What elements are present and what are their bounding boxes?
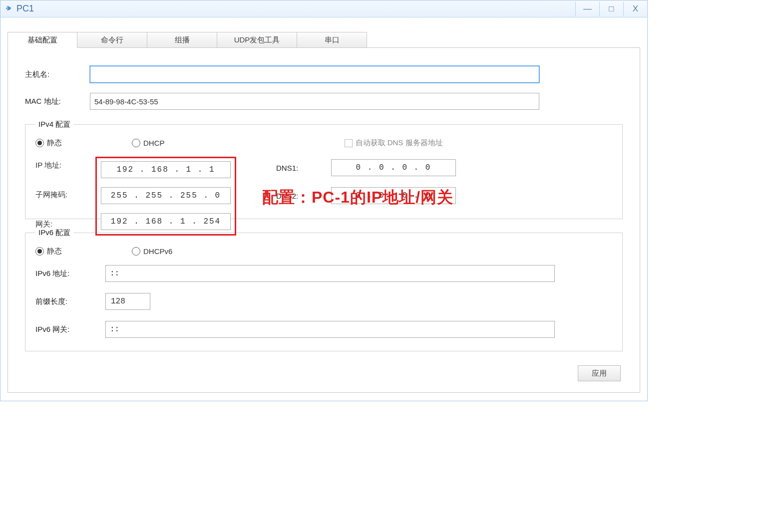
ipv6-radio-static[interactable]: 静态 <box>35 247 62 256</box>
title-bar: PC1 — □ X <box>0 0 647 17</box>
ipv4-radio-dhcp[interactable]: DHCP <box>132 139 165 147</box>
ipv6-prefix-label: 前缀长度: <box>35 297 105 306</box>
svg-point-0 <box>6 7 7 9</box>
radio-dhcp-label: DHCP <box>143 139 165 147</box>
auto-dns-label: 自动获取 DNS 服务器地址 <box>356 138 443 148</box>
auto-dns-checkbox[interactable]: 自动获取 DNS 服务器地址 <box>345 138 443 148</box>
tabs: 基础配置 命令行 组播 UDP发包工具 串口 <box>7 31 640 48</box>
gateway-input[interactable]: 192 . 168 . 1 . 254 <box>101 213 231 230</box>
dns1-input[interactable]: 0 . 0 . 0 . 0 <box>331 159 456 176</box>
ip-address-input[interactable]: 192 . 168 . 1 . 1 <box>101 161 231 178</box>
ipv4-radio-static[interactable]: 静态 <box>35 138 62 148</box>
radio-icon <box>132 247 140 256</box>
tab-command-line[interactable]: 命令行 <box>77 32 147 48</box>
tab-multicast[interactable]: 组播 <box>147 32 217 48</box>
radio-static-label: 静态 <box>47 138 62 148</box>
window-controls: — □ X <box>575 1 647 16</box>
minimize-button[interactable]: — <box>575 1 599 16</box>
maximize-button[interactable]: □ <box>599 1 623 16</box>
ipv6-radio-dhcpv6[interactable]: DHCPv6 <box>132 247 172 256</box>
highlight-box: 192 . 168 . 1 . 1 255 . 255 . 255 . 0 19… <box>95 157 236 236</box>
tab-serial[interactable]: 串口 <box>297 32 367 48</box>
dns1-label: DNS1: <box>276 164 331 172</box>
subnet-mask-label: 子网掩码: <box>35 190 100 200</box>
ipv4-legend: IPv4 配置 <box>35 120 73 129</box>
app-window: PC1 — □ X 基础配置 命令行 组播 UDP发包工具 串口 主机名: MA… <box>0 0 648 401</box>
ipv6-gateway-input[interactable]: :: <box>105 321 555 338</box>
radio-icon <box>35 139 44 147</box>
tab-basic-config[interactable]: 基础配置 <box>7 32 77 48</box>
ipv6-address-label: IPv6 地址: <box>35 269 105 278</box>
window-title: PC1 <box>16 3 34 14</box>
checkbox-icon <box>345 139 353 147</box>
ipv4-group: IPv4 配置 静态 DHCP 自动获取 DNS 服务器地址 <box>25 120 623 219</box>
radio-icon <box>132 139 140 147</box>
apply-button[interactable]: 应用 <box>578 365 621 381</box>
dns2-input[interactable]: 0 . 0 . 0 . 0 <box>331 187 456 204</box>
ipv6-address-input[interactable]: :: <box>105 265 555 282</box>
panel-basic-config: 主机名: MAC 地址: IPv4 配置 静态 DHCP <box>7 48 640 393</box>
app-icon <box>4 4 13 13</box>
dns2-label: DNS2: <box>276 192 331 200</box>
subnet-mask-input[interactable]: 255 . 255 . 255 . 0 <box>101 187 231 204</box>
ipv6-legend: IPv6 配置 <box>35 228 73 238</box>
ipv6-prefix-input[interactable]: 128 <box>105 293 150 310</box>
tab-udp-tool[interactable]: UDP发包工具 <box>217 32 297 48</box>
mac-label: MAC 地址: <box>25 97 90 106</box>
ipv6-gateway-label: IPv6 网关: <box>35 325 105 334</box>
hostname-input[interactable] <box>90 66 539 83</box>
mac-input[interactable] <box>90 93 539 110</box>
close-button[interactable]: X <box>623 1 647 16</box>
ipv6-radio-dhcpv6-label: DHCPv6 <box>143 247 172 256</box>
ipv6-radio-static-label: 静态 <box>47 247 62 256</box>
hostname-label: 主机名: <box>25 70 90 79</box>
radio-icon <box>35 247 44 256</box>
ipv6-group: IPv6 配置 静态 DHCPv6 IPv6 地址: :: <box>25 228 623 351</box>
content-area: 基础配置 命令行 组播 UDP发包工具 串口 主机名: MAC 地址: IPv4… <box>0 17 647 401</box>
ip-address-label: IP 地址: <box>35 161 100 170</box>
